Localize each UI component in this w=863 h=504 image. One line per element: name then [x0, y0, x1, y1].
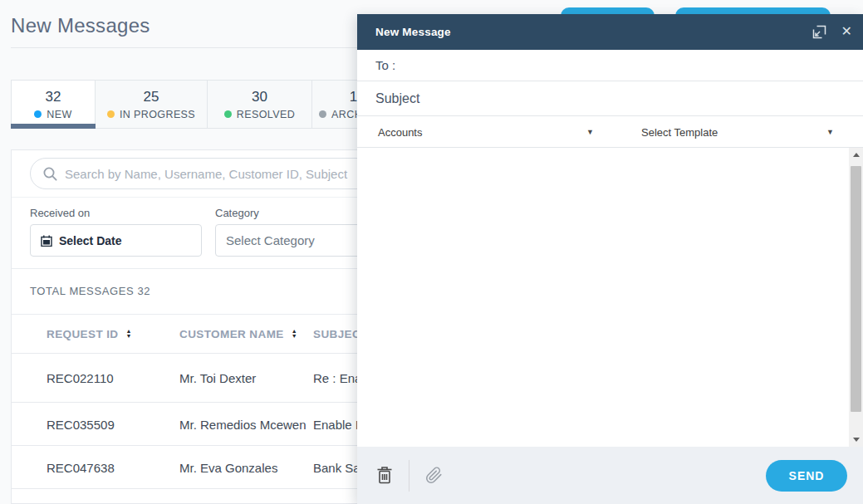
- column-header-request-id[interactable]: REQUEST ID ▲▼: [47, 314, 132, 354]
- received-on-label: Received on: [30, 207, 90, 219]
- scrollbar-thumb[interactable]: [851, 166, 861, 412]
- accounts-dropdown[interactable]: Accounts: [378, 116, 422, 148]
- column-header-customer-name[interactable]: CUSTOMER NAME ▲▼: [179, 314, 297, 354]
- expand-icon[interactable]: [812, 25, 826, 39]
- search-icon: [42, 166, 58, 182]
- scroll-down-icon[interactable]: [849, 433, 863, 447]
- in-progress-status-dot-icon: [107, 110, 115, 118]
- calendar-icon: [41, 235, 52, 247]
- tab-new-label: NEW: [47, 109, 71, 120]
- active-tab-indicator: [11, 124, 96, 129]
- close-icon[interactable]: ✕: [841, 23, 852, 40]
- tab-archived-count: 1: [350, 89, 357, 105]
- send-button[interactable]: SEND: [766, 460, 847, 492]
- resolved-status-dot-icon: [224, 110, 232, 118]
- request-id-cell: REC047638: [47, 460, 115, 474]
- app-window: New Messages 32 NEW 25 IN PROGRESS 30 RE…: [0, 0, 863, 504]
- scrollbar[interactable]: [849, 148, 863, 447]
- tab-resolved[interactable]: 30 RESOLVED: [208, 80, 312, 129]
- category-filter-value: Select Category: [226, 233, 315, 247]
- accounts-dropdown-arrow-icon[interactable]: ▼: [586, 116, 594, 148]
- subject-placeholder: Subject: [375, 91, 419, 106]
- tab-new-count: 32: [46, 89, 61, 105]
- tab-in-progress-label: IN PROGRESS: [120, 109, 195, 120]
- modal-footer: SEND: [357, 447, 863, 504]
- delete-button[interactable]: [376, 466, 393, 485]
- scroll-up-icon[interactable]: [849, 148, 863, 162]
- new-status-dot-icon: [34, 110, 42, 118]
- date-filter[interactable]: Select Date: [30, 224, 202, 257]
- tab-in-progress-count: 25: [144, 89, 159, 105]
- total-messages-text: TOTAL MESSAGES 32: [30, 285, 150, 297]
- request-id-cell: REC022110: [47, 371, 114, 385]
- template-dropdown-arrow-icon[interactable]: ▼: [826, 116, 834, 148]
- to-label: To :: [375, 58, 395, 72]
- customer-name-cell: Mr. Remedios Mcewen: [179, 417, 306, 431]
- sort-icon[interactable]: ▲▼: [126, 329, 132, 339]
- date-filter-value: Select Date: [59, 234, 121, 247]
- modal-header: New Message ✕: [357, 14, 863, 50]
- page-title: New Messages: [11, 14, 150, 37]
- customer-name-cell: Mr. Toi Dexter: [179, 371, 256, 385]
- customer-name-cell: Mr. Eva Gonzales: [179, 460, 277, 474]
- category-label: Category: [215, 207, 259, 219]
- paperclip-icon: [425, 467, 443, 484]
- sort-icon[interactable]: ▲▼: [292, 329, 297, 339]
- dropdown-row: Accounts ▼ Select Template ▼: [357, 116, 863, 148]
- tab-new[interactable]: 32 NEW: [11, 80, 96, 129]
- template-dropdown[interactable]: Select Template: [641, 116, 718, 148]
- tab-resolved-label: RESOLVED: [237, 109, 295, 120]
- attach-button[interactable]: [425, 467, 443, 484]
- message-body-input[interactable]: [357, 148, 849, 447]
- trash-icon: [376, 466, 393, 485]
- to-field[interactable]: To :: [357, 50, 863, 81]
- status-tabs: 32 NEW 25 IN PROGRESS 30 RESOLVED 1: [11, 80, 395, 129]
- tab-resolved-count: 30: [252, 89, 267, 105]
- subject-field[interactable]: Subject: [357, 81, 863, 116]
- message-body: [357, 148, 863, 447]
- new-message-modal: New Message ✕ To : Subject Accounts ▼ Se…: [357, 14, 863, 504]
- modal-title: New Message: [375, 26, 451, 38]
- archived-status-dot-icon: [319, 110, 326, 118]
- tab-in-progress[interactable]: 25 IN PROGRESS: [96, 80, 208, 129]
- footer-divider: [409, 460, 409, 492]
- request-id-cell: REC035509: [47, 417, 115, 431]
